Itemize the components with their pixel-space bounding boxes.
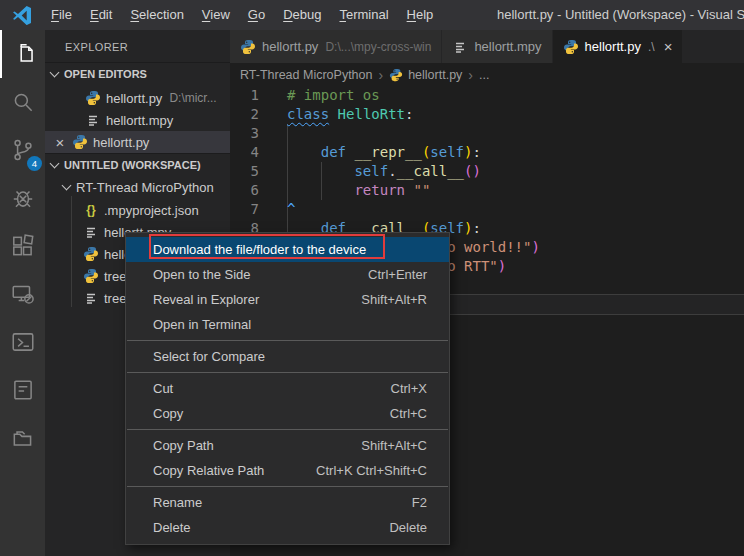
tab-label: hellortt.mpy (474, 39, 541, 54)
menu-item-download-to-device[interactable]: Download the file/floder to the device (126, 237, 449, 262)
activity-powershell-terminal[interactable] (0, 318, 45, 366)
menu-item-label: Copy Path (153, 438, 361, 453)
tab-hellortt-py-external[interactable]: hellortt.py D:\...\mpy-cross-win (230, 30, 442, 63)
menu-item-select-for-compare[interactable]: Select for Compare (126, 344, 449, 369)
close-icon[interactable]: × (53, 134, 67, 151)
section-untitled-workspace[interactable]: UNTITLED (WORKSPACE) (45, 153, 230, 176)
activity-search[interactable] (0, 78, 45, 126)
line-number: 6 (230, 181, 277, 200)
menu-item-open-to-side[interactable]: Open to the Side Ctrl+Enter (126, 262, 449, 287)
breadcrumb-symbol[interactable]: ... (479, 68, 489, 82)
menu-item-shortcut: Shift+Alt+C (361, 438, 427, 453)
menu-item-label: Open to the Side (153, 267, 368, 282)
menu-item-shortcut: Ctrl+K Ctrl+Shift+C (316, 463, 427, 478)
code-text (277, 124, 287, 143)
activity-folders[interactable] (0, 414, 45, 462)
open-editor-hellortt-py-2[interactable]: × hellortt.py (45, 131, 230, 153)
open-editor-hellortt-py-1[interactable]: hellortt.py D:\micr... (45, 87, 230, 109)
code-line[interactable]: 7^ (230, 200, 744, 219)
menu-view[interactable]: View (193, 0, 239, 30)
activity-extensions[interactable] (0, 222, 45, 270)
code-line[interactable]: 6 return "" (230, 181, 744, 200)
tab-label: hellortt.py (262, 39, 318, 54)
close-icon[interactable]: × (664, 38, 673, 55)
menu-item-rename[interactable]: Rename F2 (126, 490, 449, 515)
tree-indent-guide (71, 196, 72, 307)
activity-source-control[interactable]: 4 (0, 126, 45, 174)
menu-go[interactable]: Go (239, 0, 274, 30)
tab-hellortt-mpy[interactable]: hellortt.mpy (442, 30, 552, 63)
python-file-icon (72, 134, 88, 150)
breadcrumb-file[interactable]: hellortt.py (408, 68, 462, 82)
menu-separator (127, 429, 448, 430)
menu-item-cut[interactable]: Cut Ctrl+X (126, 376, 449, 401)
menu-item-label: Copy Relative Path (153, 463, 316, 478)
mpy-file-icon (83, 290, 99, 306)
folder-rt-thread-micropython[interactable]: RT-Thread MicroPython (45, 176, 230, 198)
menu-item-copy-path[interactable]: Copy Path Shift+Alt+C (126, 433, 449, 458)
code-text: ^ (277, 200, 295, 219)
chevron-down-icon (50, 159, 60, 169)
folder-icon (10, 425, 36, 451)
menu-debug[interactable]: Debug (274, 0, 330, 30)
menu-item-shortcut: Delete (389, 520, 427, 535)
code-line[interactable]: 5 self.__call__() (230, 162, 744, 181)
title-bar: File Edit Selection View Go Debug Termin… (0, 0, 744, 30)
menu-item-open-in-terminal[interactable]: Open in Terminal (126, 312, 449, 337)
code-text: class HelloRtt: (277, 105, 413, 124)
section-open-editors[interactable]: OPEN EDITORS (45, 62, 230, 85)
code-line[interactable]: 1# import os (230, 86, 744, 105)
breadcrumb-folder[interactable]: RT-Thread MicroPython (240, 68, 372, 82)
menu-item-shortcut: Ctrl+Enter (368, 267, 427, 282)
extensions-icon (10, 233, 36, 259)
menu-item-label: Download the file/floder to the device (153, 242, 427, 257)
files-icon (12, 41, 38, 67)
line-number: 1 (230, 86, 277, 105)
sidebar-title: EXPLORER (45, 30, 230, 62)
chevron-right-icon: › (468, 67, 473, 83)
code-line[interactable]: 2class HelloRtt: (230, 105, 744, 124)
line-number: 2 (230, 105, 277, 124)
menu-item-reveal-in-explorer[interactable]: Reveal in Explorer Shift+Alt+R (126, 287, 449, 312)
menu-item-copy[interactable]: Copy Ctrl+C (126, 401, 449, 426)
menu-help[interactable]: Help (398, 0, 443, 30)
scm-badge: 4 (27, 156, 42, 171)
menu-item-delete[interactable]: Delete Delete (126, 515, 449, 540)
menu-item-label: Reveal in Explorer (153, 292, 361, 307)
activity-debug[interactable] (0, 174, 45, 222)
search-icon (10, 89, 36, 115)
python-file-icon (240, 39, 256, 55)
activity-bar: 4 (0, 30, 45, 556)
menu-item-label: Delete (153, 520, 389, 535)
tab-path: .\ (648, 40, 655, 54)
code-text: self.__call__() (277, 162, 481, 181)
open-editor-hellortt-mpy[interactable]: hellortt.mpy (45, 109, 230, 131)
menu-edit[interactable]: Edit (81, 0, 121, 30)
explorer-context-menu: Download the file/floder to the device O… (125, 232, 450, 545)
notebook-icon (10, 377, 36, 403)
activity-remote-device[interactable] (0, 270, 45, 318)
menu-selection[interactable]: Selection (121, 0, 192, 30)
menu-file[interactable]: File (42, 0, 81, 30)
activity-output-notebook[interactable] (0, 366, 45, 414)
editor-tab-bar: hellortt.py D:\...\mpy-cross-win hellort… (230, 30, 744, 63)
menu-separator (127, 340, 448, 341)
line-number: 3 (230, 124, 277, 143)
json-file-icon: {} (83, 203, 99, 217)
menu-item-copy-relative-path[interactable]: Copy Relative Path Ctrl+K Ctrl+Shift+C (126, 458, 449, 483)
powershell-icon (10, 329, 36, 355)
menu-item-label: Cut (153, 381, 391, 396)
menu-item-shortcut: Ctrl+C (390, 406, 427, 421)
menu-item-label: Copy (153, 406, 390, 421)
vscode-window: File Edit Selection View Go Debug Termin… (0, 0, 744, 556)
chevron-right-icon: › (378, 67, 383, 83)
activity-explorer[interactable] (0, 30, 47, 78)
vscode-logo-icon (12, 5, 32, 25)
file-name: .mpyproject.json (104, 203, 199, 218)
menu-terminal[interactable]: Terminal (330, 0, 397, 30)
tab-path: D:\...\mpy-cross-win (325, 40, 431, 54)
tab-hellortt-py-active[interactable]: hellortt.py .\ × (553, 30, 684, 63)
file-mpyproject-json[interactable]: {} .mpyproject.json (45, 199, 230, 221)
code-line[interactable]: 4 def __repr__(self): (230, 143, 744, 162)
code-line[interactable]: 3 (230, 124, 744, 143)
